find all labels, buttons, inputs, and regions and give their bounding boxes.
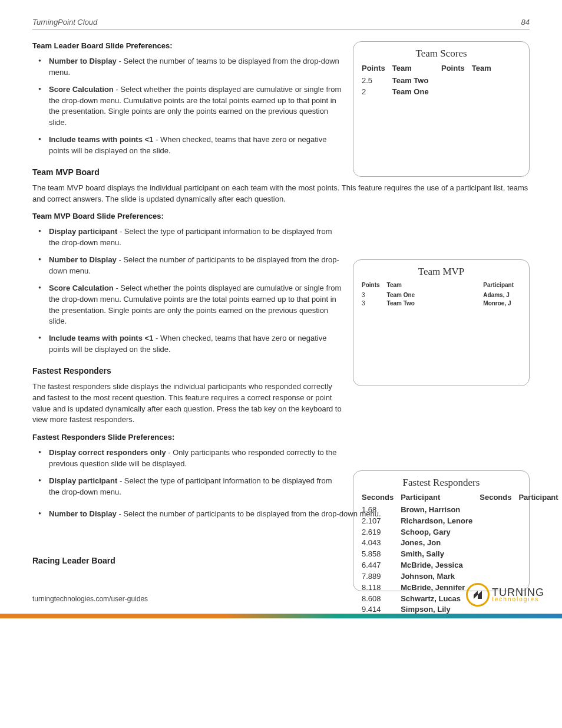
- cell: 2: [362, 87, 385, 98]
- panel-title: Fastest Responders: [362, 477, 521, 489]
- logo-text-sub: technologies: [492, 597, 544, 602]
- col-header: Points: [441, 63, 465, 74]
- item-label: Number to Display: [49, 509, 117, 518]
- list-item: Display participant - Select the type of…: [49, 476, 345, 498]
- prefs-list: Display correct responders only - Only p…: [32, 447, 345, 498]
- list-item: Display correct responders only - Only p…: [49, 447, 345, 470]
- brand-logo: TURNING technologies: [466, 583, 544, 607]
- cell: 8.118: [362, 582, 394, 594]
- item-label: Include teams with points <1: [49, 135, 153, 144]
- prefs-list: Number to Display - Select the number of…: [32, 509, 530, 520]
- cell: 2.5: [362, 75, 385, 87]
- cell: Jones, Jon: [401, 538, 472, 549]
- cell: 5.858: [362, 549, 394, 560]
- item-label: Number to Display: [49, 255, 117, 264]
- col-header: Points: [362, 63, 385, 74]
- cell: Team Two: [392, 75, 429, 87]
- cell: 6.447: [362, 560, 394, 571]
- item-label: Display participant: [49, 227, 117, 236]
- fastest-responders-panel: Fastest Responders Seconds 1.68 2.107 2.…: [353, 470, 530, 591]
- col-header: Points: [362, 281, 380, 290]
- col-header: Participant: [518, 492, 558, 503]
- list-item: Include teams with points <1 - When chec…: [49, 333, 345, 355]
- section-intro: The fastest responders slide displays th…: [32, 381, 345, 426]
- section-heading: Team Leader Board Slide Preferences:: [32, 41, 345, 50]
- cell: Monroe, J: [483, 299, 514, 308]
- cell: McBride, Jennifer: [401, 582, 472, 594]
- cell: Team One: [387, 291, 415, 300]
- item-label: Score Calculation: [49, 284, 114, 292]
- page-number: 84: [521, 18, 530, 27]
- item-label: Include teams with points <1: [49, 334, 153, 342]
- cell: Schoop, Gary: [401, 527, 472, 538]
- prefs-list: Number to Display - Select the number of…: [32, 56, 345, 157]
- cell: 3: [362, 291, 380, 300]
- team-mvp-panel: Team MVP Points 3 3 Team Team One Team T…: [353, 259, 530, 386]
- logo-icon: [466, 583, 490, 607]
- list-item: Display participant - Select the type of…: [49, 226, 345, 249]
- item-label: Display correct responders only: [49, 448, 166, 457]
- list-item: Number to Display - Select the number of…: [49, 255, 345, 277]
- col-header: Seconds: [480, 492, 511, 503]
- cell: Schwartz, Lucas: [401, 594, 472, 605]
- page-header: TurningPoint Cloud 84: [32, 18, 530, 29]
- list-item: Include teams with points <1 - When chec…: [49, 134, 345, 157]
- team-scores-panel: Team Scores Points 2.5 2 Team Team Two T…: [353, 41, 530, 177]
- cell: 4.043: [362, 538, 394, 549]
- cell: McBride, Jessica: [401, 560, 472, 571]
- col-header: Participant: [483, 281, 514, 290]
- col-header: Team: [392, 63, 429, 74]
- cell: 2.619: [362, 527, 394, 538]
- cell: 8.608: [362, 594, 394, 605]
- cell: Smith, Sally: [401, 549, 472, 560]
- col-header: Seconds: [362, 492, 394, 503]
- col-header: Team: [387, 281, 415, 290]
- cell: Johnson, Mark: [401, 571, 472, 582]
- cell: Team Two: [387, 299, 415, 308]
- item-label: Display participant: [49, 476, 117, 485]
- section-heading: Fastest Responders Slide Preferences:: [32, 433, 345, 442]
- list-item: Score Calculation - Select whether the p…: [49, 283, 345, 327]
- section-heading: Team MVP Board Slide Preferences:: [32, 212, 345, 220]
- cell: 7.889: [362, 571, 394, 582]
- prefs-list: Display participant - Select the type of…: [32, 226, 345, 355]
- list-item: Number to Display - Select the number of…: [49, 56, 345, 78]
- cell: 3: [362, 299, 380, 308]
- col-header: Participant: [401, 492, 472, 503]
- item-label: Number to Display: [49, 57, 117, 65]
- list-item: Number to Display - Select the number of…: [49, 509, 530, 520]
- cell: Adams, J: [483, 291, 514, 300]
- col-header: Team: [472, 63, 491, 74]
- footer-accent-bar: [0, 614, 562, 618]
- section-intro: The team MVP board displays the individu…: [32, 183, 530, 205]
- item-label: Score Calculation: [49, 85, 114, 94]
- panel-title: Team Scores: [362, 48, 521, 60]
- item-text: - Select the number of participants to b…: [117, 509, 381, 518]
- panel-title: Team MVP: [362, 266, 521, 278]
- doc-title: TurningPoint Cloud: [32, 18, 97, 27]
- footer-url: turningtechnologies.com/user-guides: [32, 595, 148, 603]
- list-item: Score Calculation - Select whether the p…: [49, 84, 345, 129]
- cell: Team One: [392, 87, 429, 98]
